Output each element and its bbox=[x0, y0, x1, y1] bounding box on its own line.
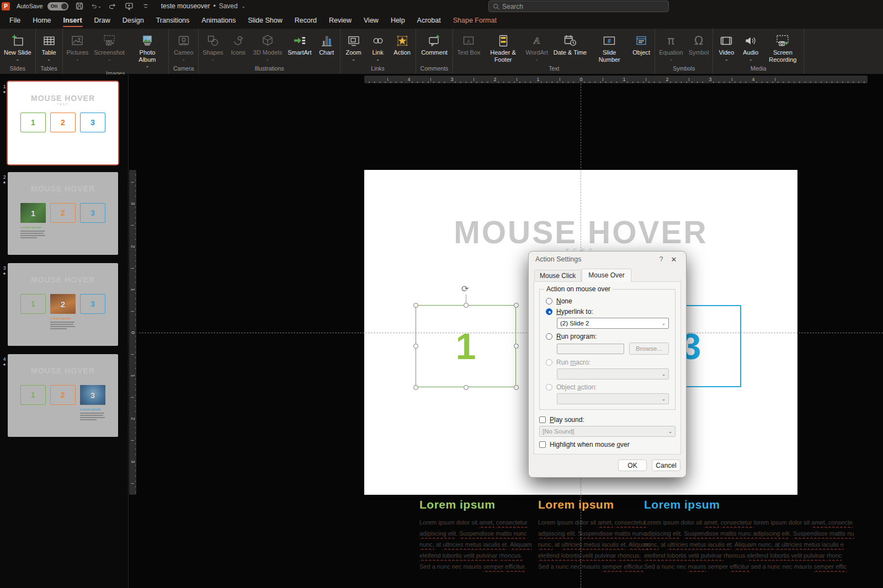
play-sound-checkbox[interactable] bbox=[539, 416, 546, 423]
ribbon-button-action[interactable]: Action bbox=[390, 31, 414, 57]
ribbon-button-zoom[interactable]: Zoom⌄ bbox=[342, 31, 366, 63]
dialog-help-button[interactable]: ? bbox=[655, 255, 667, 263]
ribbon-button-label: Table bbox=[41, 49, 56, 56]
lorem-column-3: Lorem ipsumLorem ipsum dolor sit amet, c… bbox=[644, 498, 866, 572]
ribbon-tab-design[interactable]: Design bbox=[116, 13, 150, 29]
ribbon-button-link[interactable]: Link⌄ bbox=[366, 31, 390, 63]
ribbon-button-comment[interactable]: Comment bbox=[418, 31, 450, 57]
thumbnail-title: MOUSE HOVER bbox=[8, 275, 118, 284]
highlight-checkbox[interactable] bbox=[539, 441, 546, 448]
dialog-close-button[interactable]: ✕ bbox=[667, 255, 680, 264]
ribbon-tab-file[interactable]: File bbox=[3, 13, 26, 29]
ribbon-tab-animations[interactable]: Animations bbox=[195, 13, 242, 29]
ribbon-button-audio[interactable]: Audio⌄ bbox=[738, 31, 763, 63]
slide-thumbnail-2[interactable]: MOUSE HOVER TEST 123 Lorem ipsum bbox=[8, 172, 118, 255]
ribbon-tab-home[interactable]: Home bbox=[26, 13, 57, 29]
customize-qat-button[interactable] bbox=[140, 1, 151, 11]
ribbon-button-table[interactable]: Table⌄ bbox=[37, 31, 61, 63]
ruler-number: 3 bbox=[708, 76, 712, 83]
action-icon bbox=[395, 33, 409, 49]
option-none[interactable]: None bbox=[546, 296, 669, 306]
search-bar[interactable] bbox=[488, 1, 669, 12]
ribbon-button-label: Comment bbox=[421, 49, 448, 56]
search-input[interactable] bbox=[501, 2, 641, 11]
selection-handle[interactable] bbox=[413, 344, 418, 349]
start-slideshow-button[interactable] bbox=[124, 1, 135, 11]
shape-box-1[interactable]: 1 bbox=[416, 305, 516, 387]
ribbon-tab-slide-show[interactable]: Slide Show bbox=[242, 13, 289, 29]
slide-thumbnail-1[interactable]: MOUSE HOVER TEST 123 bbox=[8, 82, 118, 164]
ribbon-tab-transitions[interactable]: Transitions bbox=[150, 13, 196, 29]
option-hyperlink[interactable]: Hyperlink to: bbox=[546, 307, 669, 317]
rotation-handle-icon[interactable]: ⟳ bbox=[461, 285, 469, 293]
ribbon-button-label: Shapes bbox=[203, 49, 223, 56]
thumbnail-box-2: 2 bbox=[50, 203, 76, 223]
option-run-program[interactable]: Run program: bbox=[546, 332, 669, 341]
save-button[interactable] bbox=[74, 1, 85, 11]
highlight-option[interactable]: Highlight when mouse over bbox=[539, 440, 675, 450]
tab-mouse-over[interactable]: Mouse Over bbox=[582, 269, 631, 282]
selection-handle[interactable] bbox=[413, 303, 418, 308]
ruler-tick bbox=[775, 78, 775, 81]
radio-none[interactable] bbox=[546, 298, 552, 304]
dropdown-chevron-icon: ⌄ bbox=[182, 57, 185, 62]
audio-icon bbox=[743, 33, 758, 49]
thumbnail-box-3: 3 bbox=[80, 294, 105, 314]
slide-thumbnail-4[interactable]: MOUSE HOVER TEST 123 Lorem ipsum bbox=[8, 354, 118, 437]
selection-handle[interactable] bbox=[464, 385, 469, 390]
dialog-title-bar[interactable]: Action Settings ? ✕ bbox=[529, 252, 686, 267]
ribbon-tab-review[interactable]: Review bbox=[323, 13, 358, 29]
selection-handle[interactable] bbox=[514, 344, 519, 349]
ok-button[interactable]: OK bbox=[618, 459, 647, 471]
redo-icon bbox=[108, 2, 117, 10]
ruler-number: 1 bbox=[621, 76, 626, 83]
ruler-tick bbox=[387, 78, 388, 81]
ribbon-tab-record[interactable]: Record bbox=[289, 13, 323, 29]
redo-button[interactable] bbox=[107, 1, 118, 11]
ribbon-tab-draw[interactable]: Draw bbox=[88, 13, 116, 29]
ribbon-button-header-footer[interactable]: Header & Footer bbox=[483, 31, 523, 64]
ribbon-button-photo-album[interactable]: Photo Album⌄ bbox=[127, 31, 167, 70]
ribbon-tab-shape-format[interactable]: Shape Format bbox=[447, 13, 503, 29]
run-program-input[interactable] bbox=[557, 344, 624, 354]
ribbon-group-label: Symbols bbox=[656, 65, 711, 74]
selection-handle[interactable] bbox=[514, 303, 519, 308]
ribbon-button-screen-recording[interactable]: Screen Recording bbox=[763, 31, 802, 64]
selection-handle[interactable] bbox=[413, 385, 418, 390]
pictures-icon bbox=[70, 33, 84, 49]
ribbon-group-links: Zoom⌄Link⌄ActionLinks bbox=[341, 29, 416, 74]
ribbon-tab-view[interactable]: View bbox=[358, 13, 385, 29]
lorem-line: Sed a nunc nec mauris semper efficitur s… bbox=[644, 561, 866, 572]
ribbon-tab-acrobat[interactable]: Acrobat bbox=[411, 13, 447, 29]
ruler-number: 4 bbox=[751, 76, 756, 83]
ribbon-button-chart[interactable]: Chart bbox=[315, 31, 339, 57]
radio-run-program[interactable] bbox=[546, 333, 552, 340]
ribbon-button-date-time[interactable]: Date & Time bbox=[551, 31, 590, 57]
ribbon-group-label: Slides bbox=[1, 65, 34, 74]
ruler-tick bbox=[131, 225, 134, 226]
ribbon-button-cameo: Cameo⌄ bbox=[171, 31, 196, 63]
hyperlink-dropdown[interactable]: (2) Slide 2 ⌄ bbox=[557, 318, 669, 329]
ruler-number: 2 bbox=[664, 76, 669, 83]
ribbon-tab-help[interactable]: Help bbox=[385, 13, 411, 29]
autosave-toggle[interactable]: On bbox=[47, 2, 68, 10]
ribbon-button-new-slide[interactable]: New Slide⌄ bbox=[1, 31, 34, 63]
play-sound-option[interactable]: Play sound: bbox=[539, 415, 675, 425]
slide-thumbnail-3[interactable]: MOUSE HOVER TEST 123 Lorem ipsum bbox=[8, 263, 118, 346]
ribbon-button-pictures: Pictures⌄ bbox=[64, 31, 92, 63]
document-title[interactable]: teste mouseover • Saved ⌄ bbox=[161, 2, 246, 10]
ribbon-tab-insert[interactable]: Insert bbox=[57, 13, 88, 29]
ribbon-button-smartart[interactable]: SmartArt bbox=[285, 31, 314, 57]
undo-button[interactable]: ⌄ bbox=[91, 1, 102, 11]
cancel-button[interactable]: Cancel bbox=[652, 459, 680, 471]
tab-mouse-click[interactable]: Mouse Click bbox=[534, 270, 581, 281]
selection-handle[interactable] bbox=[514, 385, 519, 390]
radio-hyperlink[interactable] bbox=[546, 308, 552, 315]
ribbon-button-video[interactable]: Video⌄ bbox=[714, 31, 738, 63]
selection-handle[interactable] bbox=[464, 303, 469, 308]
action-group-box: Action on mouse over None Hyperlink to: … bbox=[539, 289, 675, 410]
ribbon-button-slide-number[interactable]: #Slide Number bbox=[589, 31, 629, 64]
lorem-line: Lorem ipsum dolor sit amet, consectetur … bbox=[644, 517, 866, 528]
ribbon-button-object[interactable]: Object bbox=[629, 31, 653, 57]
ribbon-button-text-box: AText Box bbox=[454, 31, 483, 57]
